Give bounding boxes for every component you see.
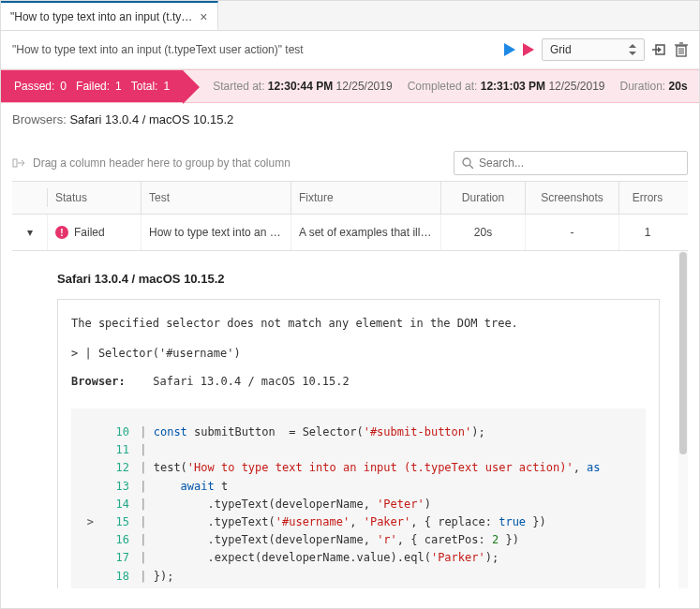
- duration-label: Duration:: [619, 80, 665, 93]
- toolbar-title: "How to type text into an input (t.typeT…: [12, 43, 497, 56]
- failed-label: Failed:: [76, 80, 110, 93]
- svg-rect-13: [13, 159, 17, 167]
- stats-ribbon: Passed: 0 Failed: 1 Total: 1: [1, 70, 183, 102]
- screenshots-cell: -: [526, 215, 619, 250]
- started-label: Started at:: [213, 80, 264, 93]
- svg-point-14: [463, 158, 470, 166]
- col-expand: [12, 188, 48, 207]
- col-screenshots[interactable]: Screenshots: [526, 182, 619, 214]
- failed-value: 1: [115, 80, 122, 93]
- view-value: Grid: [550, 43, 572, 56]
- total-value: 1: [163, 80, 170, 93]
- toolbar: "How to type text into an input (t.typeT…: [1, 31, 699, 69]
- trash-icon[interactable]: [675, 42, 688, 57]
- detail-panel: Safari 13.0.4 / macOS 10.15.2 The specif…: [12, 251, 688, 588]
- completed-time: 12:31:03 PM: [481, 80, 545, 93]
- total-label: Total:: [131, 80, 158, 93]
- status-text: Failed: [74, 226, 105, 239]
- search-input[interactable]: [479, 156, 679, 170]
- passed-label: Passed:: [14, 80, 54, 93]
- scrollbar-thumb[interactable]: [679, 252, 687, 454]
- status-cell: ! Failed: [48, 215, 141, 250]
- svg-marker-3: [629, 52, 636, 55]
- started-time: 12:30:44 PM: [268, 80, 333, 93]
- tab-active[interactable]: "How to type text into an input (t.ty… ×: [1, 1, 218, 30]
- expand-toggle[interactable]: ▾: [12, 215, 48, 250]
- browsers-value: Safari 13.0.4 / macOS 10.15.2: [69, 112, 233, 126]
- error-message: The specified selector does not match an…: [71, 315, 646, 332]
- failed-icon: !: [55, 226, 68, 239]
- tab-title: "How to type text into an input (t.ty…: [10, 10, 192, 23]
- play-icon[interactable]: [504, 43, 515, 56]
- search-icon: [462, 157, 473, 169]
- completed-date: 12/25/2019: [548, 80, 604, 93]
- col-status[interactable]: Status: [48, 182, 141, 214]
- error-browser: Browser: Safari 13.0.4 / macOS 10.15.2: [71, 375, 646, 388]
- table-row[interactable]: ▾ ! Failed How to type text into an … A …: [12, 215, 688, 251]
- col-duration[interactable]: Duration: [441, 182, 526, 214]
- chevron-updown-icon: [629, 44, 636, 55]
- view-selector[interactable]: Grid: [542, 38, 645, 61]
- svg-marker-1: [523, 43, 534, 56]
- col-fixture[interactable]: Fixture: [291, 182, 441, 214]
- table-header: Status Test Fixture Duration Screenshots…: [12, 181, 688, 215]
- browser-value: Safari 13.0.4 / macOS 10.15.2: [153, 375, 350, 388]
- fixture-cell: A set of examples that ill…: [291, 215, 441, 250]
- group-header: Drag a column header here to group by th…: [12, 151, 688, 175]
- popout-icon[interactable]: [652, 42, 667, 57]
- column-move-icon: [12, 156, 25, 170]
- col-test[interactable]: Test: [141, 182, 291, 214]
- errors-cell: 1: [619, 215, 676, 250]
- stats-times: Started at: 12:30:44 PM 12/25/2019 Compl…: [213, 80, 687, 93]
- stats-bar: Passed: 0 Failed: 1 Total: 1 Started at:…: [1, 69, 699, 103]
- completed-label: Completed at:: [408, 80, 478, 93]
- error-box: The specified selector does not match an…: [57, 299, 660, 588]
- passed-value: 0: [60, 80, 67, 93]
- duration-value: 20s: [669, 80, 688, 93]
- close-icon[interactable]: ×: [200, 10, 207, 23]
- test-cell: How to type text into an …: [141, 215, 291, 250]
- detail-heading: Safari 13.0.4 / macOS 10.15.2: [57, 272, 660, 286]
- code-box: 10 | const submitButton = Selector('#sub…: [71, 408, 646, 588]
- browsers-row: Browsers: Safari 13.0.4 / macOS 10.15.2: [1, 103, 699, 136]
- svg-marker-2: [629, 44, 636, 48]
- browser-label: Browser:: [71, 375, 146, 388]
- duration-cell: 20s: [441, 215, 526, 250]
- svg-marker-6: [658, 47, 662, 52]
- results-table: Status Test Fixture Duration Screenshots…: [12, 181, 688, 251]
- play-all-icon[interactable]: [523, 43, 534, 56]
- svg-marker-0: [504, 43, 515, 56]
- drag-hint-text: Drag a column header here to group by th…: [33, 156, 290, 170]
- started-date: 12/25/2019: [336, 80, 393, 93]
- error-selector: > | Selector('#username'): [71, 345, 646, 362]
- svg-line-15: [469, 165, 473, 169]
- drag-hint[interactable]: Drag a column header here to group by th…: [12, 156, 442, 170]
- search-box[interactable]: [454, 151, 688, 175]
- col-errors[interactable]: Errors: [619, 182, 676, 214]
- tab-bar: "How to type text into an input (t.ty… ×: [1, 1, 699, 31]
- scrollbar[interactable]: [678, 251, 688, 588]
- browsers-label: Browsers:: [12, 112, 67, 126]
